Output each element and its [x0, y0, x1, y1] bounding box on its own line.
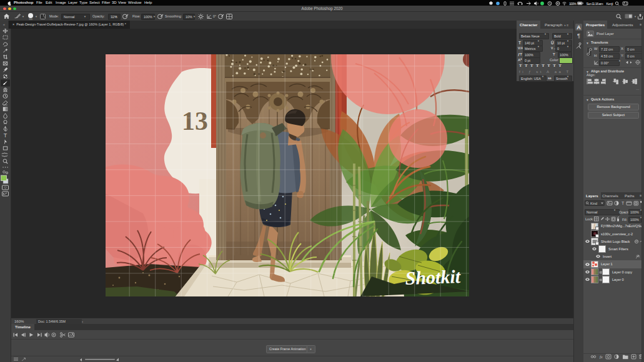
svg-text:13: 13	[182, 107, 208, 135]
svg-text:fx: fx	[600, 355, 603, 359]
svg-text:Kind: Kind	[590, 202, 597, 205]
svg-text:100%: 100%	[569, 1, 577, 5]
svg-text:Kenji: Kenji	[607, 1, 613, 5]
svg-text:T: T	[622, 201, 625, 205]
svg-text:Shotkit: Shotkit	[405, 266, 462, 288]
svg-text:T: T	[4, 132, 7, 139]
svg-text:A: A	[577, 24, 581, 31]
svg-text:Sun 11:16 am: Sun 11:16 am	[587, 1, 603, 5]
